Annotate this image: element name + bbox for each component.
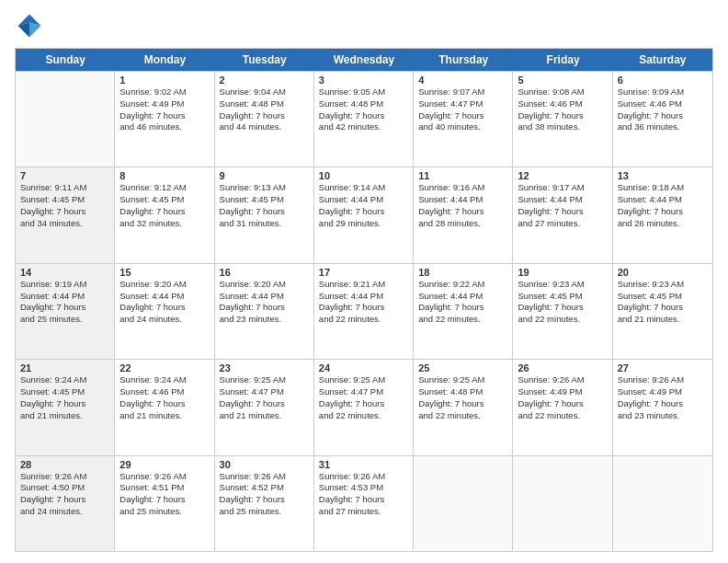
calendar-cell-1-0: 7Sunrise: 9:11 AMSunset: 4:45 PMDaylight… (16, 167, 115, 262)
cell-line: and 26 minutes. (618, 218, 708, 230)
day-number: 8 (119, 170, 209, 181)
day-number: 30 (220, 459, 309, 470)
cell-line: Sunrise: 9:02 AM (119, 86, 209, 98)
cell-line: and 22 minutes. (518, 314, 607, 326)
day-number: 27 (618, 362, 708, 373)
cell-line: and 46 minutes. (119, 121, 209, 133)
cell-line: Sunset: 4:46 PM (119, 386, 209, 398)
cell-line: Sunrise: 9:18 AM (618, 182, 708, 194)
cell-line: Sunset: 4:44 PM (220, 291, 309, 303)
day-number: 24 (319, 362, 408, 373)
weekday-header-saturday: Saturday (613, 49, 712, 71)
cell-line: Daylight: 7 hours (220, 110, 309, 122)
cell-line: Sunrise: 9:22 AM (418, 279, 507, 291)
cell-line: Sunset: 4:45 PM (20, 386, 109, 398)
weekday-header-wednesday: Wednesday (314, 49, 414, 71)
calendar-cell-1-5: 12Sunrise: 9:17 AMSunset: 4:44 PMDayligh… (513, 167, 612, 262)
calendar-row-3: 21Sunrise: 9:24 AMSunset: 4:45 PMDayligh… (16, 359, 712, 454)
calendar-cell-3-2: 23Sunrise: 9:25 AMSunset: 4:47 PMDayligh… (215, 360, 314, 454)
cell-line: and 23 minutes. (220, 314, 309, 326)
cell-line: Sunset: 4:44 PM (418, 291, 507, 303)
calendar-cell-4-6 (613, 456, 712, 551)
cell-line: Daylight: 7 hours (119, 302, 209, 314)
day-number: 28 (20, 459, 109, 470)
calendar-cell-0-4: 4Sunrise: 9:07 AMSunset: 4:47 PMDaylight… (414, 72, 513, 167)
calendar-cell-2-1: 15Sunrise: 9:20 AMSunset: 4:44 PMDayligh… (115, 264, 214, 359)
cell-line: Sunrise: 9:20 AM (119, 279, 209, 291)
cell-line: Daylight: 7 hours (518, 302, 607, 314)
calendar-cell-4-4 (414, 456, 513, 551)
cell-line: and 25 minutes. (220, 506, 309, 518)
cell-line: Sunrise: 9:09 AM (618, 86, 708, 98)
cell-line: Daylight: 7 hours (618, 206, 708, 218)
logo-icon (15, 11, 44, 40)
calendar-cell-2-6: 20Sunrise: 9:23 AMSunset: 4:45 PMDayligh… (613, 264, 712, 359)
cell-line: and 21 minutes. (618, 314, 708, 326)
calendar-cell-0-2: 2Sunrise: 9:04 AMSunset: 4:48 PMDaylight… (215, 72, 314, 167)
cell-line: and 42 minutes. (319, 121, 408, 133)
calendar-cell-3-3: 24Sunrise: 9:25 AMSunset: 4:47 PMDayligh… (314, 360, 414, 454)
cell-line: Sunset: 4:49 PM (618, 386, 708, 398)
calendar-cell-3-5: 26Sunrise: 9:26 AMSunset: 4:49 PMDayligh… (513, 360, 612, 454)
day-number: 7 (20, 170, 109, 181)
calendar: SundayMondayTuesdayWednesdayThursdayFrid… (15, 48, 713, 552)
day-number: 13 (618, 170, 708, 181)
cell-line: Sunrise: 9:25 AM (319, 374, 408, 386)
cell-line: Sunset: 4:45 PM (20, 194, 109, 206)
header (15, 11, 713, 40)
cell-line: and 29 minutes. (319, 218, 408, 230)
cell-line: Daylight: 7 hours (220, 494, 309, 506)
cell-line: Sunrise: 9:08 AM (518, 86, 607, 98)
cell-line: and 28 minutes. (418, 218, 507, 230)
calendar-header: SundayMondayTuesdayWednesdayThursdayFrid… (16, 49, 712, 71)
cell-line: and 25 minutes. (20, 314, 109, 326)
cell-line: and 40 minutes. (418, 121, 507, 133)
day-number: 26 (518, 362, 607, 373)
cell-line: and 34 minutes. (20, 218, 109, 230)
cell-line: and 21 minutes. (20, 410, 109, 422)
cell-line: Sunrise: 9:25 AM (220, 374, 309, 386)
cell-line: Sunrise: 9:24 AM (20, 374, 109, 386)
cell-line: Daylight: 7 hours (319, 302, 408, 314)
cell-line: Daylight: 7 hours (518, 398, 607, 410)
cell-line: Daylight: 7 hours (319, 110, 408, 122)
cell-line: Daylight: 7 hours (220, 302, 309, 314)
day-number: 15 (119, 267, 209, 278)
cell-line: Sunrise: 9:24 AM (119, 374, 209, 386)
cell-line: and 44 minutes. (220, 121, 309, 133)
cell-line: Sunset: 4:44 PM (20, 291, 109, 303)
cell-line: Sunrise: 9:26 AM (618, 374, 708, 386)
cell-line: Daylight: 7 hours (319, 494, 408, 506)
cell-line: and 22 minutes. (418, 410, 507, 422)
calendar-row-2: 14Sunrise: 9:19 AMSunset: 4:44 PMDayligh… (16, 263, 712, 359)
cell-line: Daylight: 7 hours (618, 398, 708, 410)
cell-line: Sunrise: 9:26 AM (518, 374, 607, 386)
day-number: 14 (20, 267, 109, 278)
cell-line: Sunset: 4:44 PM (418, 194, 507, 206)
cell-line: Sunrise: 9:04 AM (220, 86, 309, 98)
calendar-cell-3-0: 21Sunrise: 9:24 AMSunset: 4:45 PMDayligh… (16, 360, 115, 454)
cell-line: Sunset: 4:47 PM (319, 386, 408, 398)
cell-line: and 36 minutes. (618, 121, 708, 133)
cell-line: Sunrise: 9:25 AM (418, 374, 507, 386)
calendar-cell-1-6: 13Sunrise: 9:18 AMSunset: 4:44 PMDayligh… (613, 167, 712, 262)
cell-line: Sunset: 4:45 PM (618, 291, 708, 303)
cell-line: and 21 minutes. (220, 410, 309, 422)
calendar-cell-3-4: 25Sunrise: 9:25 AMSunset: 4:48 PMDayligh… (414, 360, 513, 454)
calendar-cell-4-5 (513, 456, 612, 551)
cell-line: and 21 minutes. (119, 410, 209, 422)
cell-line: Sunset: 4:52 PM (220, 482, 309, 494)
cell-line: Daylight: 7 hours (418, 110, 507, 122)
cell-line: Sunset: 4:45 PM (518, 291, 607, 303)
page: SundayMondayTuesdayWednesdayThursdayFrid… (0, 0, 728, 563)
weekday-header-monday: Monday (115, 49, 214, 71)
cell-line: Sunset: 4:48 PM (220, 98, 309, 110)
logo (15, 11, 48, 40)
day-number: 17 (319, 267, 408, 278)
cell-line: Sunrise: 9:14 AM (319, 182, 408, 194)
cell-line: Daylight: 7 hours (319, 206, 408, 218)
calendar-cell-1-2: 9Sunrise: 9:13 AMSunset: 4:45 PMDaylight… (215, 167, 314, 262)
cell-line: Daylight: 7 hours (220, 398, 309, 410)
cell-line: and 27 minutes. (319, 506, 408, 518)
cell-line: Daylight: 7 hours (119, 110, 209, 122)
